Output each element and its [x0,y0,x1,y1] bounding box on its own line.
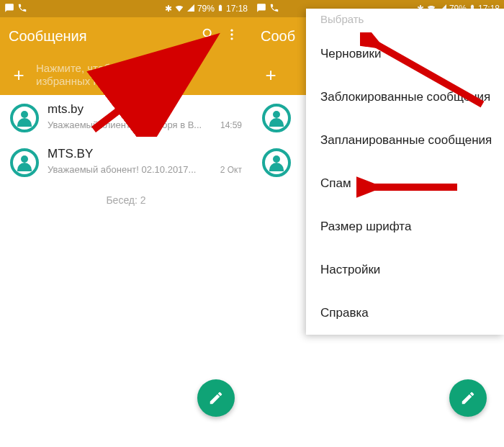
conversation-time: 2 Окт [220,165,242,175]
menu-item-select[interactable]: Выбрать [306,9,504,32]
conversation-preview: Уважаемый клиент! 2 октября в В... [48,119,215,130]
compose-fab[interactable] [197,379,235,417]
conversation-list: mts.by Уважаемый клиент! 2 октября в В..… [0,95,252,216]
menu-item-spam[interactable]: Спам [306,162,504,205]
menu-item-drafts[interactable]: Черновики [306,32,504,76]
plus-icon: + [261,64,281,86]
app-bar: Сообщения [0,17,252,55]
menu-item-fontsize[interactable]: Размер шрифта [306,205,504,248]
plus-icon: + [9,64,29,86]
app-title: Сообщения [9,28,197,45]
signal-icon [186,4,195,14]
menu-item-settings[interactable]: Настройки [306,248,504,292]
avatar [10,104,39,132]
phone-status-icon [269,3,279,15]
overflow-menu: Выбрать Черновики Заблокированные сообще… [306,9,504,335]
phone-left: ✱ 79% 17:18 Сообщения + Нажмите, чтобы д… [0,0,252,447]
phone-status-icon [17,3,27,15]
conversation-row[interactable]: mts.by Уважаемый клиент! 2 октября в В..… [0,95,252,140]
svg-point-1 [230,33,233,35]
clock: 17:18 [226,4,248,14]
messaging-status-icon [4,3,14,15]
messaging-status-icon [256,3,266,15]
conversation-name: MTS.BY [48,147,93,161]
battery-icon [217,3,224,15]
svg-point-0 [230,29,233,31]
avatar [262,148,291,177]
conversation-count: Бесед: 2 [0,184,252,216]
conversation-preview: Уважаемый абонент! 02.10.2017... [48,164,215,175]
favorites-hint-row[interactable]: + Нажмите, чтобы добавитьизбранных получ… [0,55,252,95]
icon-placeholder: ✱ [165,4,172,14]
compose-fab[interactable] [449,379,487,417]
conversation-time: 14:59 [220,120,242,130]
menu-item-scheduled[interactable]: Запланированные сообщения [306,119,504,162]
svg-point-2 [230,37,233,40]
search-button[interactable] [197,27,220,46]
avatar [10,148,39,177]
avatar [262,104,291,132]
phone-right: ✱ 79% 17:18 Сооб + Выбрат [252,0,504,447]
menu-item-blocked[interactable]: Заблокированные сообщения [306,76,504,119]
conversation-name: mts.by [48,102,84,117]
conversation-row[interactable]: MTS.BY Уважаемый абонент! 02.10.2017... … [0,140,252,184]
overflow-menu-button[interactable] [220,27,243,45]
menu-item-help[interactable]: Справка [306,292,504,335]
wifi-icon [174,3,184,15]
favorites-hint-text: Нажмите, чтобы добавитьизбранных получат… [36,62,167,88]
battery-pct: 79% [197,4,215,14]
status-bar: ✱ 79% 17:18 [0,0,252,17]
